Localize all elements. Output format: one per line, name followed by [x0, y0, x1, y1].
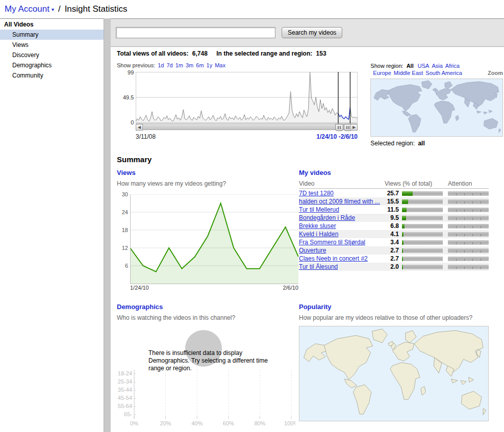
totals-line: Total views of all videos: 6,748 In the … [117, 50, 504, 57]
svg-text:65-: 65- [124, 411, 132, 417]
demographics-subtitle: Who is watching the videos in this chann… [117, 314, 299, 321]
svg-text:35-44: 35-44 [118, 387, 132, 393]
sidebar-item-community[interactable]: Community [0, 70, 104, 81]
demographics-heading: Demographics [117, 303, 299, 311]
video-link-halden-oct-2009-filmed-with[interactable]: halden oct 2009 filmed with ... [299, 198, 380, 205]
views-pct-bar [402, 232, 443, 237]
demographics-axes-svg: 0%20%40%60%80%100%18-2425-3435-4445-5455… [117, 369, 295, 429]
timeline-start-date: 3/11/08 [136, 133, 156, 140]
selected-region-value: all [418, 140, 424, 147]
video-link-tur-til-mellerud[interactable]: Tur til Mellerud [299, 206, 339, 213]
range-link-1m[interactable]: 1m [175, 62, 183, 68]
range-link-6m[interactable]: 6m [196, 62, 204, 68]
video-link-7d-test-1280[interactable]: 7D test 1280 [299, 190, 334, 197]
range-link-1d[interactable]: 1d [158, 62, 164, 68]
my-videos-heading: My videos [299, 169, 492, 176]
attention-bar [448, 257, 489, 261]
svg-text:80%: 80% [254, 420, 265, 426]
views-pct-bar [402, 199, 443, 204]
table-row: Bondegården i Råde9.5 [299, 214, 489, 222]
table-row: Fra Sommero til Stjørdal3.4 [299, 238, 489, 246]
views-xtick-end: 2/6/10 [283, 285, 298, 291]
timeline-ytick-mid: 49.5 [116, 94, 134, 100]
search-my-videos-button[interactable]: Search my videos [282, 27, 342, 38]
range-views-label: In the selected range and region: [216, 50, 312, 57]
sidebar-item-views[interactable]: Views [0, 40, 104, 50]
sidebar-item-discovery[interactable]: Discovery [0, 50, 104, 60]
region-link-asia[interactable]: Asia [432, 63, 442, 69]
table-row: Ouverture2.7 [299, 246, 489, 255]
splitter-divider[interactable] [104, 18, 111, 432]
my-account-menu[interactable]: My Account ▾ [5, 4, 54, 14]
video-link-bondeg-rden-i-r-de[interactable]: Bondegården i Råde [299, 214, 355, 221]
table-row: Brekke sluser6.8 [299, 222, 489, 230]
range-link-3m[interactable]: 3m [186, 62, 193, 68]
sidebar: All Videos SummaryViewsDiscoveryDemograp… [0, 18, 104, 432]
selected-region-line: Selected region: all [370, 140, 504, 147]
views-pct-bar [402, 224, 443, 228]
views-ytick-6: 6 [117, 263, 128, 269]
views-pct-bar [402, 248, 443, 253]
scroll-right-arrow[interactable]: ▶ [350, 124, 358, 131]
search-input[interactable] [116, 27, 275, 38]
scroll-left-arrow[interactable]: ◀ [136, 124, 143, 131]
range-link-1y[interactable]: 1y [207, 62, 213, 68]
svg-text:55-64: 55-64 [118, 403, 132, 409]
attention-bar [448, 191, 489, 196]
col-video: Video [299, 180, 385, 187]
sidebar-item-summary[interactable]: Summary [0, 30, 104, 40]
region-panel: Show region: All USAAsiaAfrica EuropeMid… [370, 62, 504, 147]
attention-bar [448, 240, 489, 245]
region-link-middle-east[interactable]: Middle East [394, 70, 423, 76]
range-handle-start[interactable] [335, 124, 343, 131]
range-link-max[interactable]: Max [215, 62, 225, 68]
region-link-europe[interactable]: Europe [373, 70, 391, 76]
views-pct-value: 9.5 [385, 214, 402, 221]
my-videos-panel: My videos Video Views (% of total) Atten… [299, 169, 492, 292]
main-panel: Total views of all videos: 6,748 In the … [111, 50, 504, 429]
attention-bar [448, 248, 489, 253]
region-option-all[interactable]: All [407, 63, 414, 69]
region-link-usa[interactable]: USA [418, 63, 430, 69]
table-row: Kveld i Halden4.1 [299, 230, 489, 238]
video-link-kveld-i-halden[interactable]: Kveld i Halden [299, 231, 338, 238]
svg-text:40%: 40% [191, 420, 203, 426]
table-row: halden oct 2009 filmed with ...15.5 [299, 197, 489, 206]
col-attention: Attention [448, 180, 489, 187]
svg-text:100%: 100% [284, 420, 295, 426]
selected-region-label: Selected region: [370, 140, 415, 147]
views-subtitle: How many views are my videos getting? [117, 180, 299, 187]
views-pct-value: 25.7 [385, 190, 402, 197]
col-views-pct: Views (% of total) [385, 180, 447, 187]
svg-text:18-24: 18-24 [118, 370, 132, 376]
range-link-7d[interactable]: 7d [166, 62, 172, 68]
video-link-ouverture[interactable]: Ouverture [299, 247, 326, 254]
region-link-africa[interactable]: Africa [445, 63, 460, 69]
attention-bar [448, 208, 489, 212]
video-link-claes-neeb-in-concert-2[interactable]: Claes Neeb in concert #2 [299, 255, 368, 262]
video-link-fra-sommero-til-stj-rdal[interactable]: Fra Sommero til Stjørdal [299, 239, 365, 246]
map-zoom-button[interactable]: Zoom [488, 70, 503, 76]
show-previous-label: Show previous: [117, 62, 155, 68]
region-world-map[interactable] [370, 79, 503, 137]
table-row: Tur til Ålesund2.0 [299, 263, 489, 271]
chevron-down-icon: ▾ [52, 7, 54, 12]
sidebar-item-demographics[interactable]: Demographics [0, 60, 104, 70]
sidebar-items: SummaryViewsDiscoveryDemographicsCommuni… [0, 30, 104, 81]
video-link-brekke-sluser[interactable]: Brekke sluser [299, 222, 336, 230]
demographics-chart: There is insufficient data to display De… [117, 326, 299, 429]
video-link-tur-til-lesund[interactable]: Tur til Ålesund [299, 263, 338, 270]
range-links: 1d7d1m3m6m1yMax [155, 62, 225, 68]
views-pct-value: 11.5 [385, 206, 402, 213]
timeline-chart-svg [136, 72, 358, 124]
timeline-chart[interactable] [136, 72, 358, 125]
attention-bar [448, 224, 489, 228]
attention-bar [448, 216, 489, 220]
views-pct-value: 2.7 [385, 247, 402, 254]
popularity-world-map[interactable] [299, 326, 489, 421]
views-pct-value: 3.4 [385, 239, 402, 246]
timeline-scrollbar[interactable]: ◀ ▶ [136, 123, 358, 130]
views-xtick-start: 1/24/10 [130, 285, 149, 291]
attention-bar [448, 232, 489, 237]
region-link-south-america[interactable]: South America [425, 70, 462, 76]
